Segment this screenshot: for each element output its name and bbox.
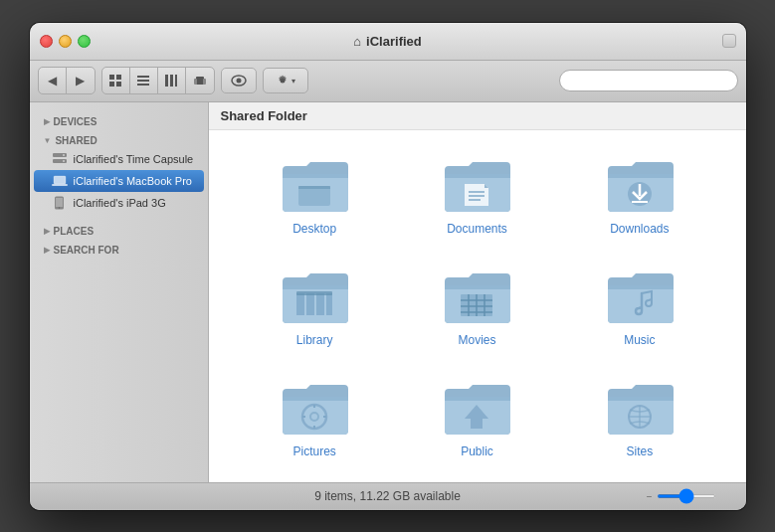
column-view-button[interactable] <box>158 68 186 93</box>
sidebar-places-header: ▶ PLACES <box>30 220 208 239</box>
zoom-slider[interactable] <box>657 494 716 498</box>
svg-point-24 <box>59 207 61 209</box>
folder-desktop[interactable]: Desktop <box>239 150 391 242</box>
gear-icon <box>276 74 290 88</box>
svg-rect-7 <box>165 75 168 87</box>
ipad-icon <box>52 195 68 211</box>
library-folder-icon <box>279 267 350 327</box>
list-icon <box>136 74 150 88</box>
places-triangle: ▶ <box>44 227 50 236</box>
file-area: Shared Folder Desktop <box>209 102 746 482</box>
movies-folder-icon <box>441 267 512 327</box>
svg-rect-11 <box>194 79 197 85</box>
pictures-folder-icon <box>279 379 350 439</box>
file-grid: Desktop <box>209 130 746 482</box>
sites-label: Sites <box>626 444 653 458</box>
svg-rect-4 <box>137 76 149 78</box>
window-title: ⌂ iClarified <box>353 34 421 49</box>
music-folder-icon <box>604 267 676 327</box>
devices-triangle: ▶ <box>44 117 50 126</box>
svg-point-14 <box>236 79 241 84</box>
svg-rect-26 <box>298 186 330 189</box>
sidebar: ▶ DEVICES ▼ SHARED iClarified's Time Cap… <box>30 102 209 482</box>
sites-folder-icon <box>604 379 676 439</box>
svg-rect-20 <box>54 176 66 184</box>
finder-window: ⌂ iClarified ◀ ▶ <box>30 23 746 510</box>
downloads-label: Downloads <box>610 222 669 236</box>
coverflow-view-button[interactable] <box>186 68 214 93</box>
sidebar-item-macbook-pro[interactable]: iClarified's MacBook Pro <box>34 170 204 192</box>
size-slider: − <box>647 491 716 502</box>
eye-icon <box>231 75 247 87</box>
sidebar-shared-header: ▼ SHARED <box>30 129 208 148</box>
gear-chevron: ▾ <box>291 77 295 86</box>
svg-rect-8 <box>170 75 173 87</box>
forward-button[interactable]: ▶ <box>67 68 95 93</box>
minimize-button[interactable] <box>59 35 72 48</box>
svg-rect-3 <box>116 82 121 87</box>
statusbar-text: 9 items, 11.22 GB available <box>314 489 461 503</box>
svg-rect-9 <box>175 75 177 87</box>
nav-buttons: ◀ ▶ <box>38 67 96 94</box>
sidebar-item-ipad[interactable]: iClarified's iPad 3G <box>30 192 208 214</box>
svg-rect-12 <box>203 79 206 85</box>
svg-point-19 <box>63 160 65 162</box>
zoom-button[interactable] <box>722 34 736 48</box>
pictures-label: Pictures <box>292 444 335 458</box>
music-label: Music <box>624 333 655 347</box>
search-input[interactable] <box>559 70 738 91</box>
folder-public[interactable]: Public <box>401 373 553 464</box>
toolbar: ◀ ▶ <box>30 61 746 102</box>
svg-rect-2 <box>109 82 114 87</box>
movies-label: Movies <box>458 333 495 347</box>
view-buttons <box>101 67 215 94</box>
content-area: ▶ DEVICES ▼ SHARED iClarified's Time Cap… <box>30 102 746 482</box>
svg-rect-34 <box>306 293 314 315</box>
folder-library[interactable]: Library <box>239 262 391 353</box>
folder-downloads[interactable]: Downloads <box>563 150 715 242</box>
close-button[interactable] <box>40 35 53 48</box>
documents-label: Documents <box>447 222 507 236</box>
public-folder-icon <box>441 379 512 439</box>
back-button[interactable]: ◀ <box>39 68 67 93</box>
desktop-folder-icon <box>279 156 350 216</box>
svg-point-18 <box>63 154 65 156</box>
folder-documents[interactable]: Documents <box>401 150 553 242</box>
list-view-button[interactable] <box>130 68 158 93</box>
folder-pictures[interactable]: Pictures <box>239 373 391 464</box>
svg-rect-10 <box>196 77 204 85</box>
svg-rect-21 <box>52 184 68 186</box>
svg-rect-1 <box>116 75 121 80</box>
svg-rect-5 <box>137 80 149 82</box>
sidebar-search-header: ▶ SEARCH FOR <box>30 239 208 258</box>
sidebar-item-time-capsule[interactable]: iClarified's Time Capsule <box>30 148 208 170</box>
desktop-label: Desktop <box>292 222 336 236</box>
laptop-icon <box>52 175 68 187</box>
folder-sites[interactable]: Sites <box>563 373 715 464</box>
downloads-folder-icon <box>604 156 676 216</box>
search-triangle: ▶ <box>44 246 50 255</box>
folder-movies[interactable]: Movies <box>401 262 553 353</box>
time-capsule-icon <box>52 151 68 167</box>
column-icon <box>164 74 178 88</box>
house-icon: ⌂ <box>353 34 361 49</box>
public-label: Public <box>461 444 493 458</box>
traffic-lights <box>40 35 91 48</box>
svg-rect-37 <box>296 291 332 295</box>
svg-rect-6 <box>137 84 149 86</box>
gear-button[interactable]: ▾ <box>263 68 308 93</box>
svg-rect-35 <box>316 293 324 315</box>
svg-rect-0 <box>109 75 114 80</box>
maximize-button[interactable] <box>78 35 91 48</box>
titlebar: ⌂ iClarified <box>30 23 746 61</box>
svg-rect-23 <box>56 198 63 207</box>
file-area-header: Shared Folder <box>209 102 746 130</box>
svg-rect-33 <box>296 293 304 315</box>
folder-music[interactable]: Music <box>563 262 715 353</box>
search-wrapper: 🔍 <box>559 70 738 91</box>
svg-rect-36 <box>326 293 332 315</box>
eye-button[interactable] <box>221 68 257 93</box>
icon-view-button[interactable] <box>102 68 130 93</box>
coverflow-icon <box>193 74 207 88</box>
shared-triangle: ▼ <box>44 136 52 145</box>
